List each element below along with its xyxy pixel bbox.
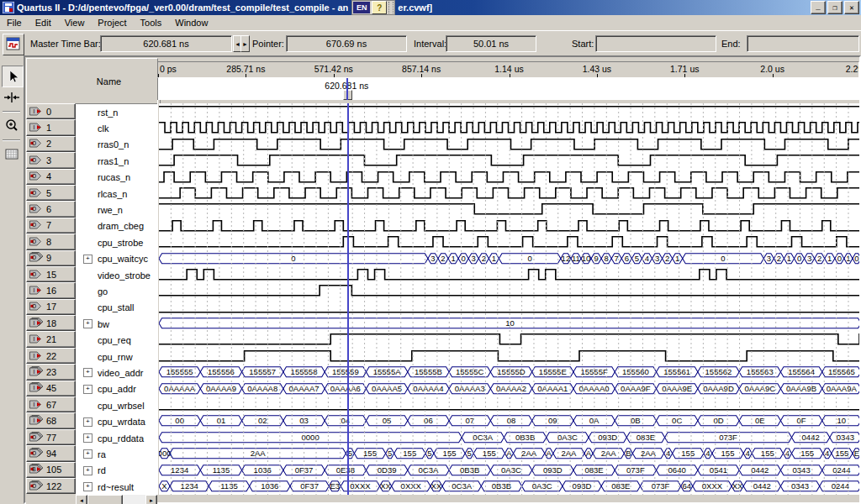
master-time-bar-field[interactable]: 620.681 ns: [100, 35, 232, 52]
signal-name-rd[interactable]: +rd: [76, 463, 157, 479]
minimize-button[interactable]: _: [811, 1, 826, 14]
menu-file[interactable]: File: [0, 16, 29, 29]
signal-number-label: 67: [46, 400, 56, 410]
scrollbar-thumb[interactable]: [87, 495, 123, 504]
signal-number-18[interactable]: I18: [26, 315, 76, 331]
expand-plus-icon[interactable]: +: [83, 319, 92, 328]
signal-name-cpu_wrdata[interactable]: +cpu_wrdata: [76, 413, 157, 429]
signal-number-7[interactable]: O7: [26, 218, 76, 234]
signal-name-cpu_stall[interactable]: cpu_stall: [76, 300, 157, 316]
signal-name-cpu_wrbsel[interactable]: cpu_wrbsel: [76, 397, 157, 413]
signal-number-0[interactable]: I0: [26, 103, 76, 119]
signal-number-67[interactable]: I67: [26, 396, 76, 412]
selection-tool-button[interactable]: [2, 66, 24, 87]
signal-number-9[interactable]: O9: [26, 250, 76, 266]
menu-view[interactable]: View: [58, 16, 92, 29]
signal-name-go[interactable]: go: [76, 283, 157, 299]
signal-number-3[interactable]: O3: [26, 152, 76, 168]
signal-number-16[interactable]: I16: [26, 282, 76, 298]
signal-name-ra[interactable]: +ra: [76, 446, 157, 462]
signal-name-rd~result[interactable]: +rd~result: [76, 479, 157, 495]
maximize-button[interactable]: ❐: [827, 1, 843, 14]
signal-name-rwe_n[interactable]: rwe_n: [76, 202, 157, 218]
waveform-edit-tool-button[interactable]: [2, 87, 22, 108]
expand-plus-icon[interactable]: +: [83, 466, 92, 475]
pin-in-icon: I: [29, 350, 45, 362]
signal-name-rucas_n[interactable]: rucas_n: [76, 170, 157, 186]
expand-plus-icon[interactable]: +: [83, 482, 92, 491]
signal-name-label: cpu_wrdata: [98, 417, 145, 427]
language-bar-grip-icon[interactable]: [388, 2, 394, 13]
signal-number-94[interactable]: O94: [26, 445, 76, 461]
scroll-left-icon[interactable]: ◄: [76, 495, 87, 504]
signal-number-17[interactable]: O17: [26, 299, 76, 315]
signal-number-122[interactable]: O122: [26, 478, 76, 494]
expand-plus-icon[interactable]: +: [83, 255, 92, 264]
signal-number-6[interactable]: O6: [26, 201, 76, 217]
menu-edit[interactable]: Edit: [29, 16, 58, 29]
signal-number-1[interactable]: I1: [26, 119, 76, 135]
signal-number-22[interactable]: I22: [26, 348, 76, 364]
master-cursor-line[interactable]: [347, 103, 349, 495]
signal-name-clk[interactable]: clk: [76, 120, 157, 136]
expand-plus-icon[interactable]: +: [83, 385, 92, 394]
signal-number-15[interactable]: O15: [26, 266, 76, 282]
expand-plus-icon[interactable]: +: [83, 433, 92, 443]
signal-number-23[interactable]: I23: [26, 364, 76, 380]
waveform-area[interactable]: 0321032101211109876543210321032101010155…: [159, 103, 859, 495]
signal-name-dram_cbeg[interactable]: dram_cbeg: [76, 218, 157, 234]
signal-number-2[interactable]: O2: [26, 136, 76, 152]
end-field[interactable]: [747, 35, 859, 52]
signal-name-bw[interactable]: +bw: [76, 316, 157, 332]
expand-plus-icon[interactable]: +: [83, 417, 92, 427]
menu-project[interactable]: Project: [91, 16, 133, 29]
expand-plus-icon[interactable]: +: [83, 368, 92, 377]
signal-number-68[interactable]: I68: [26, 412, 76, 428]
signal-number-45[interactable]: I45: [26, 381, 76, 396]
master-time-spin-right-icon[interactable]: ►: [240, 35, 250, 52]
menu-tools[interactable]: Tools: [134, 16, 169, 29]
pin-out-icon: O: [29, 219, 45, 231]
signal-name-rras1_n[interactable]: rras1_n: [76, 153, 157, 169]
signal-number-5[interactable]: O5: [26, 185, 76, 201]
signal-number-4[interactable]: O4: [26, 169, 76, 185]
signal-name-cpu_rddata[interactable]: +cpu_rddata: [76, 430, 157, 446]
signal-name-label: rucas_n: [98, 172, 130, 182]
signal-name-rras0_n[interactable]: rras0_n: [76, 137, 157, 153]
scrollbar-track[interactable]: [123, 495, 145, 504]
start-field[interactable]: [595, 35, 716, 52]
signal-name-cpu_addr[interactable]: +cpu_addr: [76, 381, 157, 397]
keyboard-help-icon[interactable]: ?: [372, 1, 387, 14]
ruler-tick-label: 1.43 us: [583, 64, 611, 74]
waveform-editor-icon[interactable]: [3, 34, 24, 55]
signal-number-8[interactable]: O8: [26, 234, 76, 249]
zoom-tool-button[interactable]: [2, 116, 22, 136]
menu-bar: FileEditViewProjectToolsWindow: [0, 15, 861, 31]
signal-number-21[interactable]: I21: [26, 331, 76, 347]
fullscreen-tool-button[interactable]: [2, 144, 22, 165]
signal-name-video_addr[interactable]: +video_addr: [76, 365, 157, 381]
close-button[interactable]: ✕: [844, 1, 859, 14]
signal-name-cpu_rnw[interactable]: cpu_rnw: [76, 349, 157, 365]
cursor-strip[interactable]: 620.681 ns: [157, 78, 860, 100]
language-badge[interactable]: EN: [353, 2, 370, 13]
ruler-tick-mark: [597, 74, 598, 77]
signal-name-video_strobe[interactable]: video_strobe: [76, 267, 157, 283]
time-ruler[interactable]: 0 ps285.71 ns571.42 ns857.14 ns1.14 us1.…: [157, 61, 859, 78]
signal-number-105[interactable]: B105: [26, 462, 76, 478]
signal-name-rlcas_n[interactable]: rlcas_n: [76, 186, 157, 202]
svg-text:O: O: [32, 304, 36, 310]
svg-text:I: I: [34, 417, 35, 423]
expand-plus-icon[interactable]: +: [83, 449, 92, 459]
signal-number-77[interactable]: O77: [26, 429, 76, 445]
pin-out-icon: O: [29, 236, 45, 248]
pointer-label: Pointer:: [252, 39, 284, 49]
signal-name-cpu_req[interactable]: cpu_req: [76, 332, 157, 348]
signal-name-cpu_waitcyc[interactable]: +cpu_waitcyc: [76, 251, 157, 267]
signal-name-label: video_strobe: [98, 270, 151, 281]
language-bar: EN ?: [351, 0, 395, 15]
signal-name-rst_n[interactable]: rst_n: [76, 104, 157, 120]
menu-window[interactable]: Window: [168, 16, 214, 29]
signal-name-cpu_strobe[interactable]: cpu_strobe: [76, 234, 157, 250]
scroll-right-icon[interactable]: ►: [145, 495, 157, 504]
